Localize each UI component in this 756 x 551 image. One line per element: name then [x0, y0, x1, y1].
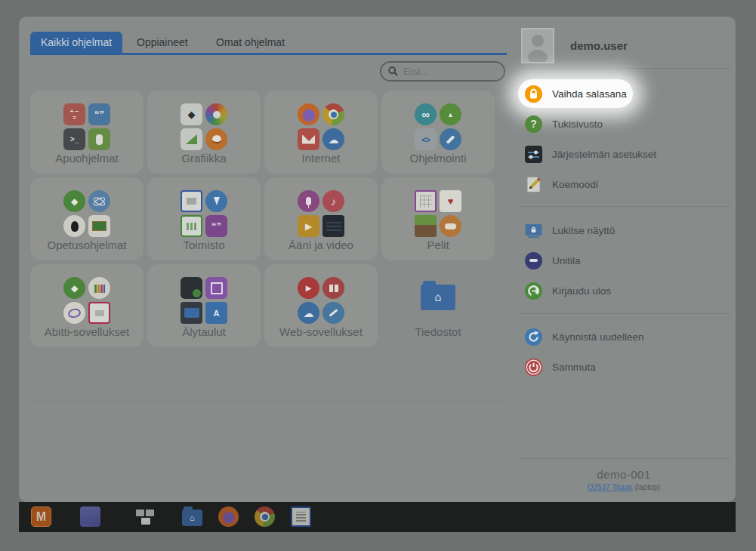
- host-info-line: O2537 Titaan (laptop): [518, 483, 730, 491]
- category-tile-ohjelmointi[interactable]: Ohjelmointi: [381, 91, 495, 174]
- show-desktop-icon[interactable]: [80, 506, 100, 527]
- category-tile-toimisto[interactable]: Toimisto: [147, 177, 261, 260]
- menu-item-kaynnista-uudelleen[interactable]: Käynnistä uudelleen: [525, 326, 644, 347]
- mail-icon: [298, 128, 319, 150]
- graduation-icon: [63, 277, 85, 299]
- host-model-link[interactable]: O2537 Titaan: [588, 483, 633, 491]
- category-tile-web-sovellukset[interactable]: Web-sovellukset: [264, 264, 378, 347]
- marks-icon: [63, 302, 85, 324]
- category-tile-opetusohjelmat[interactable]: Opetusohjelmat: [30, 177, 143, 260]
- category-label: Opetusohjelmat: [30, 239, 143, 251]
- gamepad-icon: [440, 215, 461, 237]
- category-label: Älytaulut: [147, 325, 261, 338]
- firefox-icon: [298, 103, 319, 125]
- cloud-icon: [298, 302, 319, 324]
- divider: [518, 206, 730, 207]
- blender-icon: [205, 128, 227, 150]
- divider: [518, 68, 730, 69]
- color-wheel-icon: [205, 103, 227, 125]
- host-type: (laptop): [634, 483, 660, 491]
- menu-item-sammuta[interactable]: Sammuta: [525, 356, 596, 377]
- menu-item-lukitse-naytto[interactable]: Lukitse näyttö: [525, 220, 615, 241]
- window-list-icon[interactable]: [136, 506, 156, 527]
- writer-doc-icon: [181, 190, 202, 212]
- category-tile-aani-ja-video[interactable]: Ääni ja video: [264, 177, 378, 260]
- category-tile-alytaulut[interactable]: Älytaulut: [147, 264, 261, 347]
- graduation-icon: [63, 190, 85, 212]
- screen: Kaikki ohjelmat Oppiaineet Omat ohjelmat…: [0, 0, 756, 551]
- category-label: Internet: [264, 152, 378, 165]
- text-tool-icon: [205, 302, 227, 324]
- help-icon: [525, 115, 542, 133]
- notes-icon: [88, 103, 110, 125]
- android-studio-icon: [440, 103, 461, 125]
- restart-icon: [525, 328, 542, 346]
- chrome-icon: [322, 103, 344, 125]
- divider: [518, 313, 730, 314]
- category-tile-tiedostot[interactable]: Tiedostot: [381, 264, 495, 347]
- divider: [518, 458, 730, 459]
- inkscape-icon: [181, 103, 202, 125]
- menu-launcher-icon[interactable]: M: [31, 506, 51, 527]
- video-timeline-icon: [322, 215, 344, 237]
- avatar[interactable]: [521, 28, 554, 63]
- file-manager-icon[interactable]: [182, 509, 202, 526]
- sleep-icon: [525, 252, 542, 269]
- screen-share-icon: [181, 302, 202, 324]
- purple-notes-icon: [205, 215, 227, 237]
- tux-icon: [63, 215, 85, 237]
- menu-item-kirjaudu-ulos[interactable]: Kirjaudu ulos: [525, 280, 611, 301]
- tab-omat-ohjelmat[interactable]: Omat ohjelmat: [216, 32, 285, 54]
- content-divider: [29, 401, 508, 402]
- firefox-icon[interactable]: [218, 506, 239, 527]
- play-icon: [298, 215, 319, 237]
- menu-item-unitila[interactable]: Unitila: [525, 250, 581, 271]
- crop-icon: [205, 277, 227, 299]
- category-tile-grafiikka[interactable]: Grafiikka: [147, 91, 261, 174]
- cloud-icon: [322, 128, 344, 150]
- menu-item-koemoodi[interactable]: Koemoodi: [525, 174, 598, 195]
- mouse-icon: [88, 128, 110, 150]
- calc-doc-icon: [181, 215, 202, 237]
- code-icon: [415, 128, 437, 150]
- home-folder-icon: [421, 285, 455, 310]
- search-input[interactable]: [402, 65, 488, 78]
- arduino-icon: [415, 103, 437, 125]
- logout-icon: [525, 282, 542, 300]
- category-label: Grafiikka: [147, 152, 261, 165]
- category-label: Ääni ja video: [264, 239, 378, 251]
- sudoku-icon: [415, 190, 437, 212]
- category-label: Ohjelmointi: [381, 152, 495, 165]
- pen-icon: [205, 190, 227, 212]
- tab-underline: [30, 53, 507, 55]
- terminal-icon: [63, 128, 85, 150]
- category-label: Tiedostot: [381, 325, 495, 338]
- playing-card-icon: [440, 190, 461, 212]
- settings-sliders-icon: [525, 146, 542, 163]
- impress-doc-icon: [88, 302, 110, 324]
- ruler-icon: [181, 128, 202, 150]
- category-tile-pelit[interactable]: Pelit: [381, 177, 495, 260]
- minecraft-icon: [415, 215, 437, 237]
- physics-atom-icon: [88, 190, 110, 212]
- category-label: Abitti-sovellukset: [30, 325, 143, 338]
- username: demo.user: [570, 39, 628, 52]
- category-label: Pelit: [381, 239, 495, 251]
- menu-item-tukisivusto[interactable]: Tukisivusto: [525, 113, 603, 134]
- writer-doc-icon[interactable]: [291, 506, 311, 527]
- category-tile-apuohjelmat[interactable]: Apuohjelmat: [30, 91, 143, 174]
- category-label: Toimisto: [147, 239, 261, 251]
- search-box[interactable]: [380, 61, 505, 82]
- category-tile-abitti-sovellukset[interactable]: Abitti-sovellukset: [30, 264, 143, 347]
- tab-kaikki-ohjelmat[interactable]: Kaikki ohjelmat: [30, 32, 122, 54]
- music-note-icon: [322, 190, 344, 212]
- chrome-icon[interactable]: [255, 506, 275, 527]
- tab-oppiaineet[interactable]: Oppiaineet: [137, 32, 188, 54]
- menu-item-jarjestelman-asetukset[interactable]: Järjestelmän asetukset: [525, 143, 656, 165]
- dark-board-icon: [181, 277, 202, 299]
- category-tile-internet[interactable]: Internet: [264, 91, 378, 174]
- youtube-icon: [298, 277, 319, 299]
- compass-icon: [322, 302, 344, 324]
- lock-screen-icon: [525, 222, 542, 239]
- menu-item-vaihda-salasana[interactable]: Vaihda salasana: [525, 83, 627, 104]
